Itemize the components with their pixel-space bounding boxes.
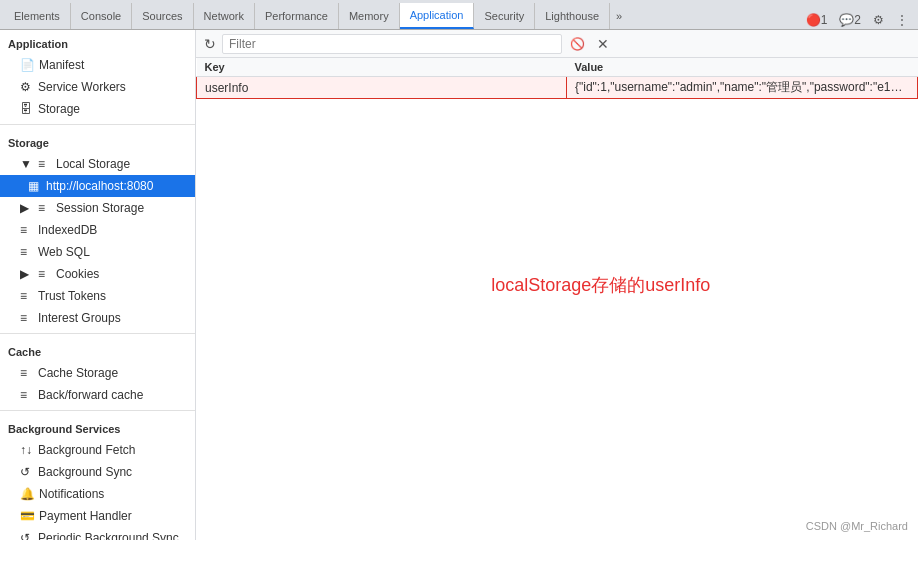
tab-elements[interactable]: Elements xyxy=(4,3,71,29)
error-count: 1 xyxy=(821,13,828,27)
col-header-value: Value xyxy=(567,58,918,77)
divider-1 xyxy=(0,124,195,125)
notifications-label: Notifications xyxy=(39,487,104,501)
more-options-button[interactable]: ⋮ xyxy=(892,11,912,29)
sidebar-item-session-storage[interactable]: ▶ ≡ Session Storage xyxy=(0,197,195,219)
payment-label: Payment Handler xyxy=(39,509,132,523)
sidebar-item-trust-tokens[interactable]: ≡ Trust Tokens xyxy=(0,285,195,307)
refresh-button[interactable]: ↻ xyxy=(202,34,218,54)
divider-2 xyxy=(0,333,195,334)
web-sql-label: Web SQL xyxy=(38,245,90,259)
tab-more[interactable]: » xyxy=(610,3,628,29)
session-storage-label: Session Storage xyxy=(56,201,144,215)
periodic-sync-icon: ↺ xyxy=(20,531,34,540)
notifications-icon: 🔔 xyxy=(20,487,35,501)
tab-memory[interactable]: Memory xyxy=(339,3,400,29)
interest-groups-label: Interest Groups xyxy=(38,311,121,325)
storage-table-container: Key Value userInfo{"id":1,"username":"ad… xyxy=(196,58,918,540)
bg-fetch-label: Background Fetch xyxy=(38,443,135,457)
service-workers-icon: ⚙ xyxy=(20,80,34,94)
web-sql-icon: ≡ xyxy=(20,245,34,259)
divider-3 xyxy=(0,410,195,411)
sidebar-item-manifest[interactable]: 📄 Manifest xyxy=(0,54,195,76)
tab-performance[interactable]: Performance xyxy=(255,3,339,29)
storage-app-label: Storage xyxy=(38,102,80,116)
tab-lighthouse[interactable]: Lighthouse xyxy=(535,3,610,29)
tab-bar: Elements Console Sources Network Perform… xyxy=(0,0,918,30)
sidebar-item-cache-storage[interactable]: ≡ Cache Storage xyxy=(0,362,195,384)
storage-section-header: Storage xyxy=(0,129,195,153)
sidebar-item-back-forward-cache[interactable]: ≡ Back/forward cache xyxy=(0,384,195,406)
cookies-label: Cookies xyxy=(56,267,99,281)
cookies-icon: ≡ xyxy=(38,267,52,281)
back-forward-label: Back/forward cache xyxy=(38,388,143,402)
message-count: 2 xyxy=(854,13,861,27)
sidebar-item-indexeddb[interactable]: ≡ IndexedDB xyxy=(0,219,195,241)
localhost-label: http://localhost:8080 xyxy=(46,179,153,193)
sidebar-item-notifications[interactable]: 🔔 Notifications xyxy=(0,483,195,505)
manifest-icon: 📄 xyxy=(20,58,35,72)
indexeddb-label: IndexedDB xyxy=(38,223,97,237)
sidebar-item-service-workers[interactable]: ⚙ Service Workers xyxy=(0,76,195,98)
indexeddb-icon: ≡ xyxy=(20,223,34,237)
tab-console[interactable]: Console xyxy=(71,3,132,29)
expand-icon-session: ▶ xyxy=(20,201,34,215)
trust-tokens-label: Trust Tokens xyxy=(38,289,106,303)
expand-icon-local: ▼ xyxy=(20,157,34,171)
payment-icon: 💳 xyxy=(20,509,35,523)
cell-value: {"id":1,"username":"admin","name":"管理员",… xyxy=(567,77,918,99)
sidebar-item-web-sql[interactable]: ≡ Web SQL xyxy=(0,241,195,263)
expand-icon-cookies: ▶ xyxy=(20,267,34,281)
watermark: CSDN @Mr_Richard xyxy=(806,520,908,532)
close-button[interactable]: ✕ xyxy=(593,34,613,54)
table-row[interactable]: userInfo{"id":1,"username":"admin","name… xyxy=(197,77,918,99)
clear-filter-button[interactable]: 🚫 xyxy=(566,35,589,53)
sidebar-item-periodic-bg-sync[interactable]: ↺ Periodic Background Sync xyxy=(0,527,195,540)
content-area: ↻ 🚫 ✕ Key Value userInfo{"id":1,"use xyxy=(196,30,918,540)
interest-groups-icon: ≡ xyxy=(20,311,34,325)
main-layout: Application 📄 Manifest ⚙ Service Workers… xyxy=(0,30,918,540)
settings-button[interactable]: ⚙ xyxy=(869,11,888,29)
sidebar-item-localhost[interactable]: ▦ http://localhost:8080 xyxy=(0,175,195,197)
col-header-key: Key xyxy=(197,58,567,77)
filter-input[interactable] xyxy=(222,34,562,54)
cache-storage-label: Cache Storage xyxy=(38,366,118,380)
local-storage-label: Local Storage xyxy=(56,157,130,171)
tab-application[interactable]: Application xyxy=(400,3,475,29)
manifest-label: Manifest xyxy=(39,58,84,72)
cache-section-header: Cache xyxy=(0,338,195,362)
session-storage-icon: ≡ xyxy=(38,201,52,215)
periodic-sync-label: Periodic Background Sync xyxy=(38,531,179,540)
storage-table: Key Value userInfo{"id":1,"username":"ad… xyxy=(196,58,918,99)
local-storage-icon: ≡ xyxy=(38,157,52,171)
service-workers-label: Service Workers xyxy=(38,80,126,94)
sidebar-item-interest-groups[interactable]: ≡ Interest Groups xyxy=(0,307,195,329)
cell-key: userInfo xyxy=(197,77,567,99)
sidebar-item-bg-sync[interactable]: ↺ Background Sync xyxy=(0,461,195,483)
tab-icon-area: 🔴 1 💬 2 ⚙ ⋮ xyxy=(802,11,918,29)
back-forward-icon: ≡ xyxy=(20,388,34,402)
bg-fetch-icon: ↑↓ xyxy=(20,443,34,457)
tab-sources[interactable]: Sources xyxy=(132,3,193,29)
sidebar-item-local-storage[interactable]: ▼ ≡ Local Storage xyxy=(0,153,195,175)
localhost-icon: ▦ xyxy=(28,179,42,193)
storage-app-icon: 🗄 xyxy=(20,102,34,116)
sidebar-item-payment-handler[interactable]: 💳 Payment Handler xyxy=(0,505,195,527)
error-badge[interactable]: 🔴 1 xyxy=(802,11,832,29)
bg-sync-icon: ↺ xyxy=(20,465,34,479)
tab-network[interactable]: Network xyxy=(194,3,255,29)
sidebar-item-cookies[interactable]: ▶ ≡ Cookies xyxy=(0,263,195,285)
bg-section-header: Background Services xyxy=(0,415,195,439)
tab-security[interactable]: Security xyxy=(474,3,535,29)
bg-sync-label: Background Sync xyxy=(38,465,132,479)
message-badge[interactable]: 💬 2 xyxy=(835,11,865,29)
sidebar-item-bg-fetch[interactable]: ↑↓ Background Fetch xyxy=(0,439,195,461)
content-toolbar: ↻ 🚫 ✕ xyxy=(196,30,918,58)
cache-storage-icon: ≡ xyxy=(20,366,34,380)
sidebar: Application 📄 Manifest ⚙ Service Workers… xyxy=(0,30,196,540)
app-section-header: Application xyxy=(0,30,195,54)
sidebar-item-storage[interactable]: 🗄 Storage xyxy=(0,98,195,120)
trust-tokens-icon: ≡ xyxy=(20,289,34,303)
